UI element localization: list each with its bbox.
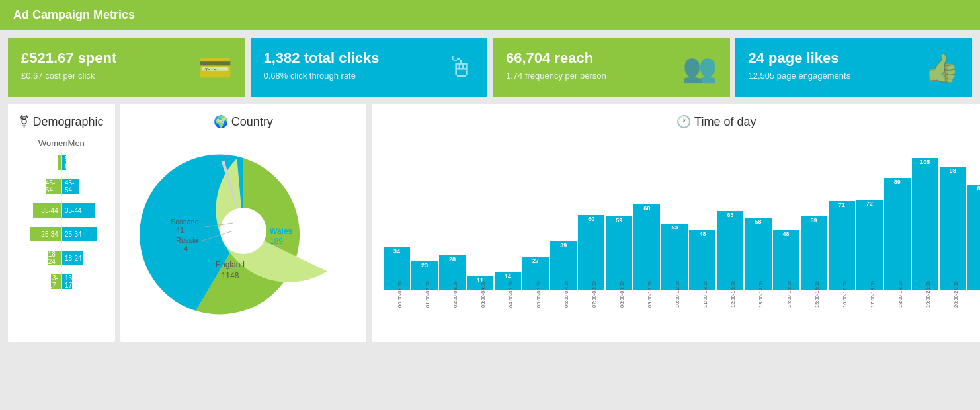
- app-title: Ad Campaign Metrics: [13, 8, 135, 21]
- bar-time-label: 18:00-19:00: [897, 281, 903, 308]
- time-bar-labels: 00:00-01:0001:00-02:0002:00-03:0003:00-0…: [382, 292, 980, 300]
- bar-col: 59: [606, 216, 632, 290]
- bar-time-label: 08:00-09:00: [619, 281, 625, 308]
- demo-men-bar: 35-44: [62, 203, 95, 218]
- bar-label-item: 21:00-22:00: [967, 292, 980, 300]
- demo-bar-left: 13-17: [25, 274, 61, 289]
- bar-time-label: 17:00-18:00: [870, 281, 876, 308]
- bar-rect: 53: [661, 224, 688, 290]
- metric-icon-spent: 💳: [198, 52, 232, 84]
- timeofday-title: 🕐 Time of day: [382, 114, 980, 129]
- demo-men-bar: 45-54: [62, 179, 79, 194]
- demo-women-bar: 35-44: [33, 203, 61, 218]
- bar-label-item: 17:00-18:00: [856, 292, 883, 300]
- demo-bar-right: 25-34: [62, 227, 98, 241]
- demographic-icon: ⚧: [19, 115, 29, 128]
- bar-label-item: 15:00-16:00: [801, 292, 827, 300]
- svg-point-0: [220, 208, 266, 254]
- bar-label-item: 06:00-07:00: [550, 292, 577, 300]
- svg-text:Wales: Wales: [270, 227, 293, 236]
- bar-label-item: 19:00-20:00: [912, 292, 938, 300]
- metrics-row: £521.67 spent £0.67 cost per click 💳 1,3…: [0, 30, 980, 97]
- demo-row: 18-24 18-24: [25, 249, 98, 267]
- bar-value-label: 63: [717, 212, 743, 218]
- timeofday-card: 🕐 Time of day 34232811142739605968534863…: [372, 104, 980, 342]
- bar-time-label: 04:00-05:00: [508, 281, 514, 308]
- bar-rect: 89: [884, 178, 911, 290]
- svg-text:41: 41: [176, 226, 184, 234]
- demo-men-label: Men: [68, 138, 85, 148]
- metric-card-clicks: 1,382 total clicks 0.68% click through r…: [251, 38, 488, 97]
- bar-rect: 59: [606, 216, 632, 290]
- demo-women-bar: 13-17: [51, 274, 61, 289]
- bar-time-label: 16:00-17:00: [842, 281, 848, 308]
- bar-col: 72: [856, 200, 883, 290]
- bar-label-item: 11:00-12:00: [689, 292, 715, 300]
- bar-label-item: 03:00-04:00: [467, 292, 493, 300]
- bar-time-label: 13:00-14:00: [758, 281, 764, 308]
- charts-row: ⚧ Demographic Women Men 55-64 55-64 45-5…: [0, 97, 980, 350]
- bar-label-item: 20:00-21:00: [940, 292, 966, 300]
- metric-icon-likes: 👍: [924, 52, 959, 84]
- bar-label-item: 05:00-06:00: [522, 292, 549, 300]
- country-icon: 🌍: [214, 115, 228, 128]
- demo-row: 25-34 25-34: [25, 225, 98, 243]
- bar-time-label: 11:00-12:00: [702, 281, 708, 308]
- bar-rect: 58: [745, 218, 771, 290]
- bar-col: 84: [967, 184, 980, 290]
- bar-value-label: 105: [912, 159, 938, 165]
- demo-chart: 55-64 55-64 45-54 45-54 35-44: [19, 153, 104, 291]
- time-bar-chart: 3423281114273960596853486358485971728910…: [382, 138, 980, 290]
- timeofday-icon: 🕐: [676, 115, 691, 128]
- demographic-card: ⚧ Demographic Women Men 55-64 55-64 45-5…: [8, 104, 115, 342]
- bar-time-label: 01:00-02:00: [425, 281, 430, 308]
- svg-text:189: 189: [270, 237, 283, 246]
- bar-value-label: 59: [801, 217, 827, 224]
- bar-rect: 84: [967, 184, 980, 290]
- bar-rect: 98: [940, 167, 966, 290]
- metric-icon-reach: 👥: [682, 52, 717, 84]
- country-chart: Wales 189 England 1148 Scotland 41 Russi…: [131, 138, 356, 323]
- bar-label-item: 04:00-05:00: [495, 292, 521, 300]
- bar-rect: 59: [801, 216, 827, 290]
- bar-value-label: 34: [384, 248, 410, 255]
- bar-label-item: 09:00-10:00: [633, 292, 660, 300]
- metric-icon-clicks: 🖱: [446, 52, 474, 83]
- bar-value-label: 48: [689, 231, 715, 237]
- demo-women-bar: 25-34: [30, 227, 61, 241]
- demo-bar-right: 35-44: [62, 203, 98, 218]
- country-card: 🌍 Country Wales 189 England: [120, 104, 366, 342]
- bar-value-label: 71: [829, 202, 855, 208]
- bar-rect: 71: [829, 201, 855, 290]
- bar-label-item: 16:00-17:00: [829, 292, 855, 300]
- bar-time-label: 02:00-03:00: [452, 281, 458, 308]
- bar-rect: 63: [717, 211, 743, 290]
- bar-rect: 105: [912, 158, 938, 290]
- bar-col: 71: [829, 201, 855, 290]
- bar-value-label: 68: [633, 205, 660, 212]
- bar-time-label: 09:00-10:00: [647, 281, 653, 308]
- bar-value-label: 14: [495, 273, 521, 280]
- bar-time-label: 06:00-07:00: [563, 281, 569, 308]
- bar-time-label: 03:00-04:00: [480, 281, 486, 308]
- demo-bar-left: 25-34: [25, 227, 61, 241]
- metric-card-spent: £521.67 spent £0.67 cost per click 💳: [8, 38, 245, 97]
- bar-value-label: 60: [578, 216, 604, 222]
- bar-label-item: 08:00-09:00: [606, 292, 632, 300]
- demo-bar-right: 55-64: [62, 155, 98, 170]
- bar-value-label: 39: [550, 242, 577, 249]
- bar-label-item: 01:00-02:00: [411, 292, 438, 300]
- demo-men-bar: 13-17: [62, 274, 72, 289]
- bar-value-label: 84: [967, 185, 980, 192]
- demo-gender-labels: Women Men: [19, 138, 104, 153]
- bar-value-label: 27: [522, 257, 549, 264]
- metric-title-clicks: 1,382 total clicks: [264, 50, 475, 67]
- bar-label-item: 07:00-08:00: [578, 292, 604, 300]
- bar-col: 105: [912, 158, 938, 290]
- bar-value-label: 23: [411, 262, 438, 268]
- bar-value-label: 72: [856, 200, 883, 207]
- bar-rect: 60: [578, 215, 604, 290]
- demo-bar-left: 45-54: [25, 179, 61, 194]
- bar-label-item: 14:00-15:00: [773, 292, 799, 300]
- bar-value-label: 48: [773, 231, 799, 237]
